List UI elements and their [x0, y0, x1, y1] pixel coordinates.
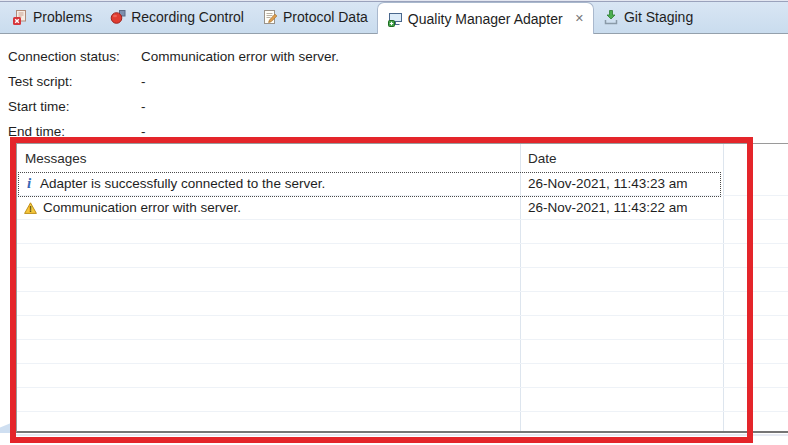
status-row-end-time: End time: - — [8, 119, 788, 144]
status-value: - — [141, 74, 146, 89]
table-row-empty — [17, 244, 788, 268]
git-staging-icon — [603, 9, 619, 25]
table-row-empty — [17, 340, 788, 364]
date-cell: 26-Nov-2021, 11:43:22 am — [520, 200, 688, 215]
message-text: Communication error with server. — [43, 200, 241, 215]
message-text: Adapter is successfully connected to the… — [40, 176, 325, 191]
protocol-data-icon — [262, 9, 278, 25]
messages-table: Messages Date i Adapter is successfully … — [16, 143, 788, 433]
table-row-empty — [17, 412, 788, 433]
table-row-empty — [17, 268, 788, 292]
tab-quality-manager-adapter[interactable]: Quality Manager Adapter ✕ — [377, 2, 594, 34]
tab-git-staging[interactable]: Git Staging — [594, 1, 702, 33]
status-label: Connection status: — [8, 49, 141, 64]
date-cell: 26-Nov-2021, 11:43:23 am — [520, 176, 688, 191]
status-area: Connection status: Communication error w… — [0, 34, 788, 144]
message-cell: ! Communication error with server. — [17, 200, 520, 215]
horizontal-scrollbar[interactable] — [16, 434, 788, 436]
status-value: - — [141, 99, 146, 114]
status-label: End time: — [8, 124, 141, 139]
tab-label: Protocol Data — [283, 9, 368, 25]
status-value: Communication error with server. — [141, 49, 339, 64]
table-row-empty — [17, 388, 788, 412]
status-label: Start time: — [8, 99, 141, 114]
tab-label: Recording Control — [131, 9, 244, 25]
table-row[interactable]: i Adapter is successfully connected to t… — [17, 172, 788, 196]
table-row[interactable]: ! Communication error with server. 26-No… — [17, 196, 788, 220]
quality-manager-icon — [387, 11, 403, 27]
status-row-connection: Connection status: Communication error w… — [8, 44, 788, 69]
status-row-start-time: Start time: - — [8, 94, 788, 119]
status-label: Test script: — [8, 74, 141, 89]
tab-label: Problems — [33, 9, 92, 25]
tab-protocol-data[interactable]: Protocol Data — [253, 1, 377, 33]
table-header: Messages Date — [17, 144, 788, 172]
problems-icon — [12, 9, 28, 25]
tab-label: Git Staging — [624, 9, 693, 25]
tab-recording-control[interactable]: Recording Control — [101, 1, 253, 33]
scrollbar-corner[interactable] — [0, 423, 11, 433]
table-row-empty — [17, 316, 788, 340]
quality-manager-adapter-view: Problems Recording Control Protocol — [0, 0, 788, 445]
warning-icon: ! — [24, 202, 37, 214]
table-row-empty — [17, 364, 788, 388]
column-header-date[interactable]: Date — [520, 151, 557, 166]
tab-label: Quality Manager Adapter — [408, 11, 563, 27]
svg-text:!: ! — [29, 204, 32, 214]
record-icon — [110, 9, 126, 25]
tab-problems[interactable]: Problems — [3, 1, 101, 33]
message-cell: i Adapter is successfully connected to t… — [17, 176, 520, 191]
view-tab-bar: Problems Recording Control Protocol — [0, 0, 788, 34]
status-value: - — [141, 124, 146, 139]
status-row-test-script: Test script: - — [8, 69, 788, 94]
close-icon[interactable]: ✕ — [575, 13, 584, 24]
column-header-messages[interactable]: Messages — [17, 151, 520, 166]
info-icon: i — [24, 176, 34, 191]
table-row-empty — [17, 220, 788, 244]
table-row-empty — [17, 292, 788, 316]
